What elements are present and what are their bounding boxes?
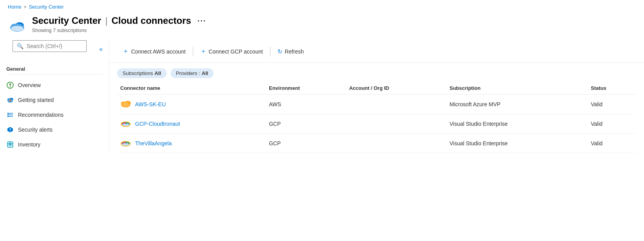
cloud-icon-aws: [120, 99, 131, 109]
breadcrumb-separator: >: [24, 4, 27, 10]
cell-subscription: Microsoft Azure MVP: [450, 95, 591, 114]
toolbar-separator-1: [193, 47, 193, 56]
cell-subscription: Visual Studio Enterprise: [450, 134, 591, 153]
sidebar-item-security-alerts[interactable]: Security alerts: [0, 122, 109, 137]
sidebar-item-inventory-label: Inventory: [18, 141, 41, 148]
connect-gcp-button[interactable]: ＋ Connect GCP account: [195, 45, 269, 58]
header-title-sub: Cloud connectors: [112, 15, 191, 26]
search-box: 🔍: [12, 40, 87, 52]
cell-account-org-id: [349, 134, 449, 153]
cloud-icon-gcp: [120, 138, 131, 148]
cell-account-org-id: [349, 95, 449, 114]
svg-point-7: [10, 86, 11, 87]
refresh-icon: ↻: [278, 48, 283, 55]
more-options-icon[interactable]: ···: [197, 16, 206, 25]
header-title-name: Security Center: [32, 15, 101, 26]
sidebar-item-overview[interactable]: Overview: [0, 78, 109, 93]
svg-point-19: [10, 131, 11, 132]
col-account-org-id: Account / Org ID: [349, 82, 449, 95]
subscriptions-filter-val: All: [155, 70, 161, 76]
security-alerts-icon: [6, 126, 14, 134]
providers-filter-val: All: [202, 70, 208, 76]
svg-point-26: [121, 102, 130, 107]
providers-filter[interactable]: Providers : All: [171, 68, 214, 78]
cell-status: Valid: [591, 95, 636, 114]
main-layout: 🔍 « General Overview: [0, 40, 644, 153]
svg-rect-6: [10, 83, 11, 86]
cell-environment: GCP: [269, 134, 349, 153]
header-description: Showing 7 subscriptions: [32, 27, 206, 33]
col-environment: Environment: [269, 82, 349, 95]
connectors-table-wrap: Connector name Environment Account / Org…: [109, 82, 644, 153]
table-row[interactable]: GCP-Cloudtronaut GCP Visual Studio Enter…: [117, 114, 636, 134]
sidebar-item-getting-started-label: Getting started: [18, 97, 54, 103]
connect-aws-button[interactable]: ＋ Connect AWS account: [117, 45, 191, 58]
recommendations-icon: [6, 111, 14, 119]
svg-point-4: [11, 26, 23, 31]
sidebar-item-overview-label: Overview: [18, 82, 41, 88]
connect-aws-label: Connect AWS account: [131, 48, 186, 55]
subscriptions-filter[interactable]: Subscriptions All: [117, 68, 167, 78]
connector-name-link[interactable]: AWS-SK-EU: [135, 101, 166, 107]
svg-rect-18: [10, 128, 11, 130]
svg-marker-22: [7, 144, 13, 147]
connectors-table: Connector name Environment Account / Org…: [117, 82, 636, 153]
toolbar-separator-2: [270, 47, 270, 56]
inventory-icon: [6, 141, 14, 148]
filter-row: Subscriptions All Providers : All: [109, 63, 644, 82]
header-text: Security Center | Cloud connectors ··· S…: [32, 15, 206, 33]
cell-status: Valid: [591, 134, 636, 153]
refresh-button[interactable]: ↻ Refresh: [272, 46, 310, 57]
sidebar-item-recommendations[interactable]: Recommendations: [0, 107, 109, 122]
cell-connector-name[interactable]: AWS-SK-EU: [117, 95, 269, 114]
sidebar: 🔍 « General Overview: [0, 40, 109, 153]
cell-environment: GCP: [269, 114, 349, 134]
search-input[interactable]: [27, 43, 82, 49]
security-center-icon: [8, 16, 27, 35]
cell-subscription: Visual Studio Enterprise: [450, 114, 591, 134]
connector-name-link[interactable]: TheVillaAngela: [135, 140, 172, 146]
cloud-icon-gcp: [120, 119, 131, 129]
cell-connector-name[interactable]: GCP-Cloudtronaut: [117, 114, 269, 134]
sidebar-item-recommendations-label: Recommendations: [18, 112, 64, 118]
sidebar-item-inventory[interactable]: Inventory: [0, 137, 109, 152]
col-subscription: Subscription: [450, 82, 591, 95]
getting-started-icon: [6, 96, 14, 104]
col-status: Status: [591, 82, 636, 95]
table-row[interactable]: AWS-SK-EU AWS Microsoft Azure MVP Valid: [117, 95, 636, 114]
connect-gcp-label: Connect GCP account: [209, 48, 263, 55]
sidebar-section-general: General: [0, 63, 109, 74]
plus-icon-gcp: ＋: [200, 47, 206, 55]
content-area: ＋ Connect AWS account ＋ Connect GCP acco…: [109, 40, 644, 153]
subscriptions-filter-key: Subscriptions: [123, 70, 153, 76]
sidebar-item-security-alerts-label: Security alerts: [18, 127, 53, 133]
cell-account-org-id: [349, 114, 449, 134]
header-title-divider: |: [105, 15, 107, 26]
breadcrumb-current[interactable]: Security Center: [29, 4, 64, 10]
col-connector-name: Connector name: [117, 82, 269, 95]
providers-filter-key: Providers :: [176, 70, 200, 76]
cell-status: Valid: [591, 114, 636, 134]
cell-environment: AWS: [269, 95, 349, 114]
sidebar-item-getting-started[interactable]: Getting started: [0, 93, 109, 107]
table-row[interactable]: TheVillaAngela GCP Visual Studio Enterpr…: [117, 134, 636, 153]
page-title: Security Center | Cloud connectors ···: [32, 15, 206, 26]
connector-name-link[interactable]: GCP-Cloudtronaut: [135, 121, 180, 127]
breadcrumb-home[interactable]: Home: [8, 4, 21, 10]
overview-icon: [6, 81, 14, 89]
refresh-label: Refresh: [285, 48, 304, 55]
plus-icon-aws: ＋: [123, 47, 129, 55]
breadcrumb: Home > Security Center: [0, 0, 644, 12]
sidebar-section-divider: [6, 74, 103, 75]
search-icon: 🔍: [17, 43, 23, 49]
page-header: Security Center | Cloud connectors ··· S…: [0, 12, 644, 40]
cell-connector-name[interactable]: TheVillaAngela: [117, 134, 269, 153]
toolbar: ＋ Connect AWS account ＋ Connect GCP acco…: [109, 40, 644, 63]
collapse-sidebar-button[interactable]: «: [96, 44, 106, 54]
